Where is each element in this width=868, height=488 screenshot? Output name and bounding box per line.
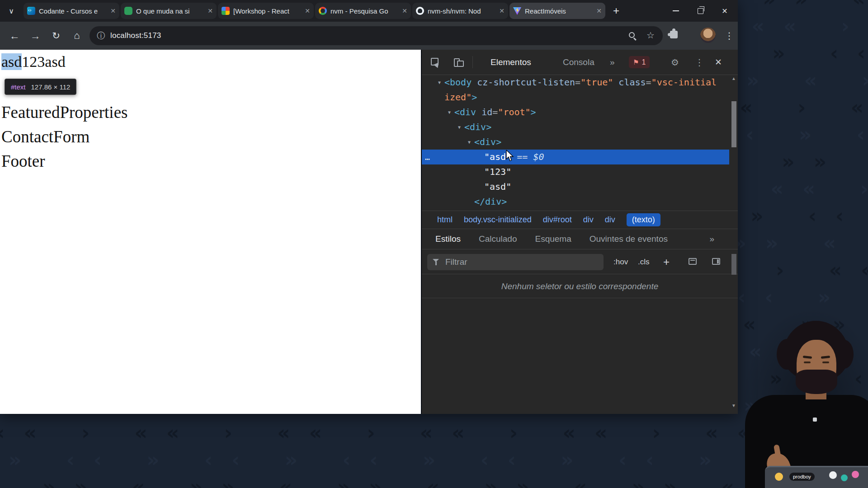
back-button[interactable]: ← (5, 27, 24, 45)
url-text[interactable]: localhost:5173 (110, 31, 161, 40)
laptop-sticker (829, 471, 837, 479)
dom-tree-row[interactable]: ized"> (422, 90, 729, 105)
dom-tree-row[interactable]: ▼<body cz-shortcut-listen="true" class="… (422, 75, 729, 90)
page-text-line: FeaturedProperties (1, 100, 127, 125)
minimize-button[interactable] (664, 0, 688, 22)
styles-scrollbar[interactable] (731, 254, 736, 275)
pattern-row: » ‹‹ » ‹‹ » ‹‹ » ‹‹ » ‹‹ » ‹‹ » ‹‹ » ‹‹ (9, 448, 868, 471)
inspect-tooltip: #text 127.86 × 112 (5, 79, 76, 95)
rendering-emulations-icon[interactable] (689, 258, 697, 265)
page-text-asd: asd123asd (1, 53, 66, 70)
mouse-cursor (506, 150, 515, 162)
laptop-sticker (852, 471, 859, 478)
maximize-button[interactable] (688, 0, 712, 22)
breadcrumb-item[interactable]: div (583, 215, 594, 225)
extensions-icon[interactable] (670, 31, 678, 38)
browser-tab[interactable]: O que muda na si✕ (121, 3, 217, 19)
tab-close-icon[interactable]: ✕ (110, 7, 116, 14)
dom-tree-row[interactable]: ▼<div id="root"> (422, 105, 729, 120)
styles-tab-esquema[interactable]: Esquema (535, 234, 571, 244)
tab-console[interactable]: Consola (563, 50, 594, 75)
browser-menu-button[interactable]: ⋮ (722, 27, 736, 45)
new-tab-button[interactable]: + (608, 3, 624, 19)
dom-tree-row[interactable]: ▼<div> (422, 120, 729, 135)
hover-state-toggle[interactable]: :hov (613, 249, 628, 274)
github-favicon-icon (416, 7, 424, 15)
styles-tab-calculado[interactable]: Calculado (479, 234, 517, 244)
page-text-line: ContactForm (1, 125, 127, 149)
browser-tab[interactable]: Codante - Cursos e✕ (24, 3, 119, 19)
expand-arrow-icon[interactable]: ▼ (458, 120, 461, 135)
person-eye (804, 361, 811, 363)
dom-tree-row[interactable]: ▼<div> (422, 135, 729, 150)
code-token: <body (444, 77, 472, 88)
code-token: "root" (498, 107, 530, 117)
tab-close-icon[interactable]: ✕ (305, 7, 310, 14)
tab-search-button[interactable]: ∨ (3, 2, 20, 19)
home-button[interactable]: ⌂ (68, 27, 86, 45)
dom-tree-row[interactable]: </div> (422, 194, 729, 209)
devtools-menu-button[interactable]: ⋮ (690, 50, 708, 75)
inspect-element-button[interactable] (426, 50, 444, 75)
reload-button[interactable]: ↻ (47, 27, 65, 45)
tab-close-icon[interactable]: ✕ (499, 7, 505, 14)
profile-avatar[interactable] (700, 28, 716, 43)
issues-badge[interactable]: ⚑ 1 (629, 56, 650, 68)
tab-close-icon[interactable]: ✕ (208, 7, 213, 14)
computed-sidebar-toggle-icon[interactable] (712, 258, 720, 265)
code-token: </div> (474, 196, 507, 207)
new-style-rule-button[interactable]: + (663, 249, 670, 274)
devtools-panel: Elementos Consola » ⚑ 1 ⚙ ⋮ ✕ ▼<body cz-… (421, 50, 738, 414)
expand-arrow-icon[interactable]: ▼ (468, 135, 471, 150)
close-devtools-button[interactable]: ✕ (709, 50, 727, 75)
breadcrumb-item[interactable]: html (437, 215, 453, 225)
pattern-row: « »» « »» « »» « »» « »» « »» « »» « »» (0, 475, 868, 488)
close-window-button[interactable]: ✕ (712, 0, 737, 22)
browser-tab[interactable]: nvm - Pesquisa Go✕ (315, 3, 411, 19)
tab-title: O que muda na si (136, 7, 204, 15)
zoom-indicator-icon[interactable] (628, 32, 637, 40)
expand-arrow-icon[interactable]: ▼ (438, 75, 441, 90)
node-options-icon[interactable]: … (425, 150, 430, 164)
styles-tab-ouvintes-de-eventos[interactable]: Ouvintes de eventos (590, 234, 668, 244)
styles-more-tabs-button[interactable]: » (709, 234, 713, 244)
browser-tab[interactable]: ReactImóveis✕ (509, 3, 605, 19)
breadcrumb-item[interactable]: div#root (543, 215, 572, 225)
tab-close-icon[interactable]: ✕ (596, 7, 602, 14)
code-token: <div> (464, 122, 491, 132)
code-token: <div> (474, 136, 501, 147)
elements-scrollbar[interactable] (731, 101, 736, 147)
person-eyebrow (821, 356, 830, 359)
breadcrumb-item[interactable]: (texto) (627, 213, 660, 226)
more-panels-button[interactable]: » (610, 50, 614, 75)
breadcrumb-item[interactable]: body.vsc-initialized (464, 215, 532, 225)
inspect-highlighted-text: asd (1, 53, 22, 70)
class-toggle[interactable]: .cls (638, 249, 650, 274)
laptop-sticker-label: prodboy (789, 473, 815, 481)
tab-close-icon[interactable]: ✕ (402, 7, 407, 14)
tab-elements[interactable]: Elementos (491, 50, 531, 75)
bookmark-star-icon[interactable]: ☆ (646, 30, 655, 41)
scroll-up-icon[interactable]: ▲ (731, 76, 737, 81)
page-text-rest: 123asd (22, 53, 65, 70)
tab-strip: Codante - Cursos e✕O que muda na si✕[Wor… (24, 3, 605, 19)
lapel-mic (813, 418, 817, 422)
site-info-icon[interactable]: ⓘ (97, 30, 105, 41)
dom-tree-row[interactable]: …"asd" == $0 (422, 150, 729, 164)
styles-tab-estilos[interactable]: Estilos (435, 234, 461, 244)
settings-button[interactable]: ⚙ (666, 50, 684, 75)
breadcrumb-item[interactable]: div (605, 215, 615, 225)
code-token: = (492, 107, 498, 117)
forward-button[interactable]: → (26, 27, 44, 45)
styles-filter-input[interactable] (427, 254, 604, 270)
browser-tab[interactable]: nvm-sh/nvm: Nod✕ (412, 3, 508, 19)
desktop: « »» « »» « »» « »» « »» « »» « »» « »» … (0, 0, 868, 488)
expand-arrow-icon[interactable]: ▼ (448, 105, 451, 120)
dom-tree-row[interactable]: "asd" (422, 179, 729, 194)
browser-tab[interactable]: [Workshop - React✕ (218, 3, 314, 19)
scroll-down-icon[interactable]: ▼ (731, 403, 737, 408)
dom-tree-row[interactable]: "123" (422, 164, 729, 179)
address-bar[interactable]: ⓘ localhost:5173 ☆ (90, 26, 663, 45)
tab-bar: ∨ Codante - Cursos e✕O que muda na si✕[W… (0, 0, 738, 22)
device-toolbar-button[interactable] (450, 50, 468, 75)
